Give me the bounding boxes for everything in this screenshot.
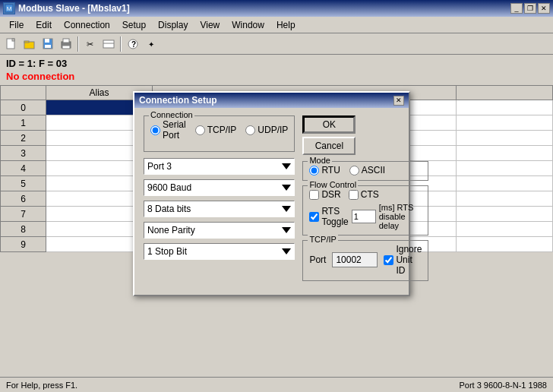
ignore-unit-id-checkbox[interactable] bbox=[384, 255, 393, 265]
ascii-option[interactable]: ASCII bbox=[349, 165, 385, 175]
port-dropdown-wrapper: Port 3 Port 1 Port 2 Port 4 bbox=[144, 158, 295, 175]
rts-value-input[interactable] bbox=[352, 210, 376, 223]
port-field-label: Port bbox=[309, 254, 326, 265]
baud-dropdown[interactable]: 9600 Baud 1200 Baud 2400 Baud 4800 Baud … bbox=[144, 179, 295, 196]
port-field-input[interactable] bbox=[332, 252, 378, 267]
rts-delay-label: [ms] RTS disable delay bbox=[379, 203, 422, 230]
rts-toggle-label: RTS Toggle bbox=[321, 206, 348, 227]
dialog-right-col: OK Cancel Mode RTU bbox=[302, 115, 428, 287]
serial-port-option[interactable]: Serial Port bbox=[150, 119, 186, 141]
serial-port-label: Serial Port bbox=[163, 119, 186, 141]
mode-label: Mode bbox=[308, 156, 332, 165]
ignore-unit-id-label: Ignore Unit ID bbox=[396, 244, 422, 276]
dialog-title: Connection Setup bbox=[139, 95, 217, 106]
tcpip-radio[interactable] bbox=[195, 125, 205, 135]
ascii-radio[interactable] bbox=[349, 166, 359, 175]
dsr-checkbox-item[interactable]: DSR bbox=[309, 189, 340, 200]
tcpip-section: TCP/IP Port Ignore Unit ID bbox=[302, 240, 428, 281]
parity-dropdown[interactable]: None Parity Even Parity Odd Parity bbox=[144, 222, 295, 239]
databits-dropdown-wrapper: 8 Data bits 7 Data bits bbox=[144, 201, 295, 217]
dialog-left-col: Connection Serial Port TCP/IP bbox=[144, 115, 295, 287]
connection-label: Connection bbox=[149, 110, 194, 119]
dsr-label: DSR bbox=[321, 189, 340, 200]
baud-dropdown-wrapper: 9600 Baud 1200 Baud 2400 Baud 4800 Baud … bbox=[144, 179, 295, 196]
connection-radio-group: Serial Port TCP/IP UDP/IP bbox=[150, 119, 288, 141]
serial-port-radio[interactable] bbox=[150, 125, 160, 135]
port-dropdown[interactable]: Port 3 Port 1 Port 2 Port 4 bbox=[144, 158, 295, 175]
rts-toggle-checkbox[interactable] bbox=[309, 212, 319, 222]
dsr-checkbox[interactable] bbox=[309, 190, 319, 200]
dialog-overlay: Connection Setup ✕ Connection Serial Por… bbox=[0, 0, 553, 392]
rts-row: RTS Toggle [ms] RTS disable delay bbox=[309, 203, 422, 230]
cts-checkbox-item[interactable]: CTS bbox=[349, 189, 379, 200]
cts-checkbox[interactable] bbox=[349, 190, 359, 200]
dialog-close-btn[interactable]: ✕ bbox=[393, 96, 404, 106]
flow-control-label: Flow Control bbox=[308, 180, 358, 189]
dialog-body: Connection Serial Port TCP/IP bbox=[134, 108, 409, 295]
udpip-option[interactable]: UDP/IP bbox=[245, 125, 288, 135]
mode-radio-group: RTU ASCII bbox=[309, 165, 422, 175]
rtu-option[interactable]: RTU bbox=[309, 165, 340, 175]
connection-section: Connection Serial Port TCP/IP bbox=[144, 115, 295, 152]
flow-control-section: Flow Control DSR CTS bbox=[302, 185, 428, 236]
mode-section: Mode RTU ASCII bbox=[302, 161, 428, 181]
ascii-label: ASCII bbox=[362, 165, 385, 175]
tcpip-option[interactable]: TCP/IP bbox=[195, 125, 237, 135]
cts-label: CTS bbox=[361, 189, 379, 200]
parity-dropdown-wrapper: None Parity Even Parity Odd Parity bbox=[144, 222, 295, 239]
stopbits-dropdown[interactable]: 1 Stop Bit 2 Stop Bits bbox=[144, 243, 295, 260]
dialog-title-bar: Connection Setup ✕ bbox=[134, 93, 409, 108]
rts-toggle-item[interactable]: RTS Toggle bbox=[309, 206, 348, 227]
tcpip-row: Port Ignore Unit ID bbox=[309, 244, 422, 276]
udpip-radio[interactable] bbox=[245, 125, 255, 135]
stopbits-dropdown-wrapper: 1 Stop Bit 2 Stop Bits bbox=[144, 243, 295, 260]
rtu-label: RTU bbox=[321, 165, 340, 175]
ignore-unit-id-item[interactable]: Ignore Unit ID bbox=[384, 244, 422, 276]
udpip-label: UDP/IP bbox=[258, 125, 288, 135]
connection-setup-dialog: Connection Setup ✕ Connection Serial Por… bbox=[133, 91, 410, 296]
tcpip-label: TCP/IP bbox=[207, 125, 237, 135]
cancel-button[interactable]: Cancel bbox=[302, 137, 356, 155]
tcpip-label: TCP/IP bbox=[308, 235, 337, 244]
databits-dropdown[interactable]: 8 Data bits 7 Data bits bbox=[144, 201, 295, 217]
rtu-radio[interactable] bbox=[309, 166, 319, 175]
ok-button[interactable]: OK bbox=[302, 115, 356, 134]
dialog-actions: OK Cancel bbox=[302, 115, 428, 155]
